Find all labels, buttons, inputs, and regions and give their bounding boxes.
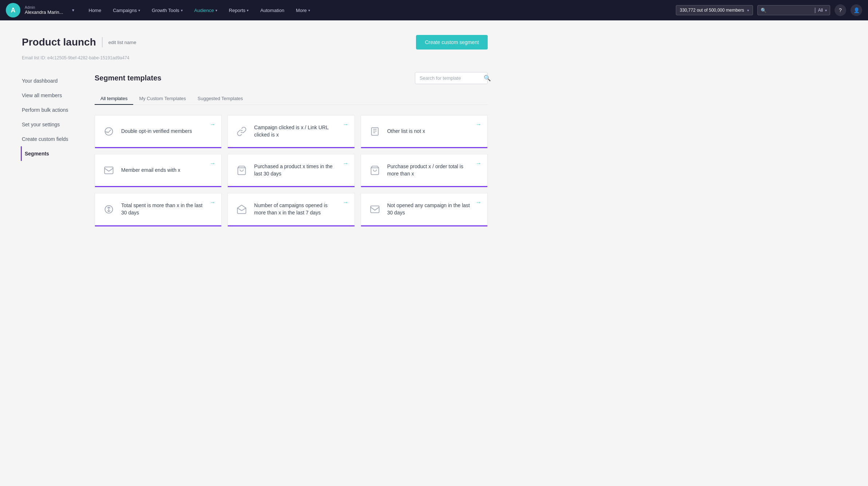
nav-right: 330,772 out of 500,000 members ▾ 🔍 | All… xyxy=(676,4,862,16)
svg-rect-2 xyxy=(104,167,113,174)
envelope-x-icon xyxy=(368,203,381,216)
link-icon xyxy=(235,125,248,138)
admin-label: Admin xyxy=(25,5,63,9)
envelope-open-icon xyxy=(235,203,248,216)
tab-all-templates[interactable]: All templates xyxy=(95,93,133,105)
template-card-email-ends[interactable]: → Member email ends with x xyxy=(95,154,222,187)
template-label: Purchase product x / order total is more… xyxy=(387,163,480,177)
chevron-icon: ▾ xyxy=(308,8,310,12)
sidebar-item-view-members[interactable]: View all members xyxy=(22,88,95,103)
template-label: Member email ends with x xyxy=(121,167,189,174)
email-list-id: Email list ID: e4c12505-9bef-4282-babe-1… xyxy=(22,55,488,60)
page-header: Product launch edit list name Create cus… xyxy=(22,35,488,50)
search-icon: 🔍 xyxy=(761,8,766,13)
tab-suggested-templates[interactable]: Suggested Templates xyxy=(192,93,249,105)
members-count: 330,772 out of 500,000 members xyxy=(680,8,744,13)
template-card-double-optin[interactable]: → Double opt-in verified members xyxy=(95,115,222,148)
page-content: Product launch edit list name Create cus… xyxy=(0,20,510,241)
template-search-input[interactable] xyxy=(420,75,481,81)
arrow-icon: → xyxy=(476,160,481,167)
dollar-icon xyxy=(102,203,115,216)
main-panel: Segment templates 🔍 All templates My Cus… xyxy=(95,72,488,226)
nav-reports[interactable]: Reports▾ xyxy=(223,0,255,20)
template-card-not-opened[interactable]: → Not opened any campaign in the last 30… xyxy=(361,193,488,226)
chevron-icon: ▾ xyxy=(215,8,217,12)
template-tabs: All templates My Custom Templates Sugges… xyxy=(95,93,488,105)
user-chevron-icon[interactable]: ▾ xyxy=(72,8,74,13)
nav-items: Home Campaigns▾ Growth Tools▾ Audience▾ … xyxy=(83,0,676,20)
logo[interactable]: A xyxy=(6,3,20,17)
template-search-icon[interactable]: 🔍 xyxy=(484,75,491,82)
svg-rect-1 xyxy=(371,127,378,135)
bag-icon xyxy=(235,164,248,177)
global-search[interactable]: 🔍 | All ▾ xyxy=(757,5,831,15)
main-layout: Your dashboard View all members Perform … xyxy=(22,72,488,226)
arrow-icon: → xyxy=(210,160,215,167)
templates-header: Segment templates 🔍 xyxy=(95,72,488,84)
sidebar: Your dashboard View all members Perform … xyxy=(22,72,95,226)
nav-campaigns[interactable]: Campaigns▾ xyxy=(107,0,146,20)
envelope-icon xyxy=(102,164,115,177)
arrow-icon: → xyxy=(343,199,349,206)
chevron-icon: ▾ xyxy=(247,8,249,12)
arrow-icon: → xyxy=(343,160,349,167)
members-selector[interactable]: 330,772 out of 500,000 members ▾ xyxy=(676,5,753,15)
sidebar-item-dashboard[interactable]: Your dashboard xyxy=(22,74,95,88)
template-label: Double opt-in verified members xyxy=(121,128,201,135)
arrow-icon: → xyxy=(476,121,481,128)
search-input[interactable] xyxy=(769,8,812,13)
nav-home[interactable]: Home xyxy=(83,0,107,20)
user-name: Alexandra Marin... xyxy=(25,9,63,15)
list-doc-icon xyxy=(368,125,381,138)
template-label: Purchased a product x times in the last … xyxy=(254,163,347,177)
sidebar-item-bulk-actions[interactable]: Perform bulk actions xyxy=(22,103,95,117)
sidebar-item-settings[interactable]: Set your settings xyxy=(22,117,95,132)
nav-more[interactable]: More▾ xyxy=(290,0,316,20)
template-label: Other list is not x xyxy=(387,128,434,135)
svg-rect-4 xyxy=(370,206,379,213)
template-card-order-total[interactable]: → Purchase product x / order total is mo… xyxy=(361,154,488,187)
sidebar-item-custom-fields[interactable]: Create custom fields xyxy=(22,132,95,146)
template-label: Total spent is more than x in the last 3… xyxy=(121,202,214,216)
edit-list-name-link[interactable]: edit list name xyxy=(108,40,136,45)
nav-audience[interactable]: Audience▾ xyxy=(189,0,223,20)
page-title: Product launch xyxy=(22,36,96,48)
templates-title: Segment templates xyxy=(95,74,161,82)
chevron-icon: ▾ xyxy=(138,8,140,12)
bag-alt-icon xyxy=(368,164,381,177)
divider: | xyxy=(815,7,816,13)
template-card-campaign-clicked[interactable]: → Campaign clicked is x / Link URL click… xyxy=(227,115,354,148)
template-card-other-list[interactable]: → Other list is not x xyxy=(361,115,488,148)
help-button[interactable]: ? xyxy=(835,4,846,16)
page-title-row: Product launch edit list name xyxy=(22,36,136,48)
arrow-icon: → xyxy=(210,199,215,206)
search-chevron-icon: ▾ xyxy=(825,8,827,12)
title-divider xyxy=(102,37,103,47)
double-check-icon xyxy=(102,125,115,138)
template-label: Campaign clicked is x / Link URL clicked… xyxy=(254,124,347,138)
top-navigation: A Admin Alexandra Marin... ▾ Home Campai… xyxy=(0,0,868,20)
template-search-box[interactable]: 🔍 xyxy=(415,72,488,84)
chevron-icon: ▾ xyxy=(181,8,183,12)
user-info[interactable]: Admin Alexandra Marin... xyxy=(25,5,63,15)
template-label: Number of campaigns opened is more than … xyxy=(254,202,347,216)
template-grid: → Double opt-in verified members → Campa… xyxy=(95,115,488,226)
nav-automation[interactable]: Automation xyxy=(254,0,290,20)
account-button[interactable]: 👤 xyxy=(851,4,862,16)
arrow-icon: → xyxy=(210,121,215,128)
create-custom-segment-button[interactable]: Create custom segment xyxy=(416,35,488,50)
sidebar-item-segments[interactable]: Segments xyxy=(21,146,95,161)
tab-my-custom-templates[interactable]: My Custom Templates xyxy=(133,93,191,105)
template-card-purchased-product[interactable]: → Purchased a product x times in the las… xyxy=(227,154,354,187)
logo-letter: A xyxy=(11,7,16,14)
members-chevron-icon: ▾ xyxy=(747,8,749,12)
template-card-total-spent[interactable]: → Total spent is more than x in the last… xyxy=(95,193,222,226)
template-label: Not opened any campaign in the last 30 d… xyxy=(387,202,480,216)
arrow-icon: → xyxy=(476,199,481,206)
arrow-icon: → xyxy=(343,121,349,128)
search-all-label: All xyxy=(818,8,823,13)
template-card-campaigns-opened[interactable]: → Number of campaigns opened is more tha… xyxy=(227,193,354,226)
nav-growth-tools[interactable]: Growth Tools▾ xyxy=(146,0,189,20)
